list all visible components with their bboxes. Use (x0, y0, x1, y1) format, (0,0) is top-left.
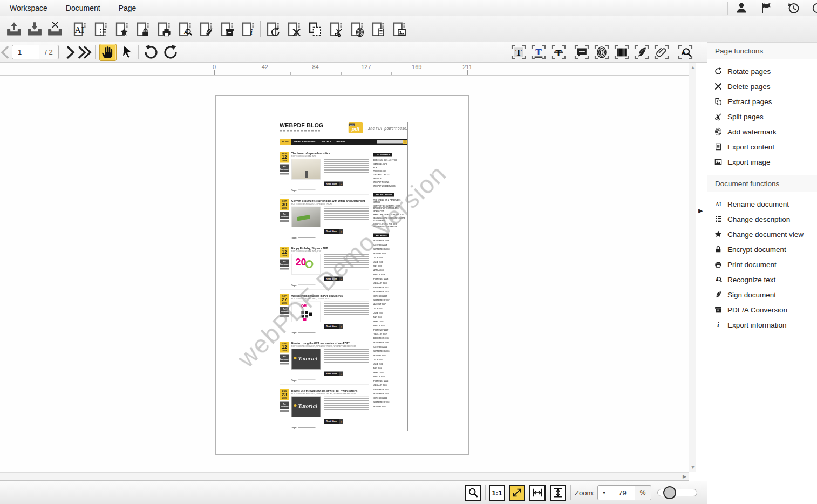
select-tool-button[interactable] (119, 44, 136, 61)
main-toolbar (0, 16, 817, 42)
fit-page-button[interactable] (509, 485, 525, 501)
zoom-tool-button[interactable] (465, 485, 481, 501)
watermark-tool-icon[interactable] (593, 44, 610, 61)
panel-item[interactable]: Export information (707, 317, 817, 332)
signature-tool-icon[interactable] (633, 44, 650, 61)
zoom-dropdown-button[interactable]: ▾ (597, 485, 611, 500)
rename-document-icon[interactable] (71, 21, 88, 38)
panel-item[interactable]: Print document (707, 257, 817, 272)
panel-item[interactable]: Extract pages (707, 94, 817, 109)
scroll-down-arrow[interactable]: ▼ (689, 465, 697, 470)
no-comment-badge: No Comment (280, 164, 289, 172)
page-number-input[interactable] (12, 45, 39, 59)
add-comment-placeholder (280, 173, 289, 175)
rotate-cw-button[interactable] (162, 44, 179, 61)
vertical-scrollbar[interactable]: ▲ ▼ (689, 63, 696, 472)
archive-item: MARCH 2008 (373, 274, 408, 276)
panel-item[interactable]: Sign document (707, 287, 817, 302)
panel-item[interactable]: Split pages (707, 109, 817, 124)
panel-item[interactable]: Add watermark (707, 124, 817, 139)
archive-item: JANUARY 2007 (373, 333, 408, 335)
panel-item[interactable]: Delete pages (707, 79, 817, 94)
document-canvas[interactable]: WEBPDF BLOG web pdf ...the PDF powerhous… (0, 76, 689, 472)
archive-item: NOVEMBER 2006 (373, 342, 408, 344)
comment-tool-icon[interactable] (573, 44, 590, 61)
fit-height-button[interactable] (550, 485, 566, 501)
last-page-button[interactable] (76, 44, 93, 61)
actual-size-button[interactable]: 1:1 (489, 485, 505, 501)
export-content-icon[interactable] (370, 21, 387, 38)
change-description-icon[interactable] (92, 21, 110, 38)
print-document-icon[interactable] (155, 21, 173, 38)
panel-collapse-handle[interactable]: ▶ (698, 207, 703, 214)
delete-pages-icon[interactable] (285, 21, 303, 38)
panel-item[interactable]: Recognize text (707, 272, 817, 287)
no-comment-badge: No Comment (280, 212, 289, 219)
zoom-value-input[interactable] (610, 485, 635, 500)
ocr-tool-icon[interactable] (677, 44, 694, 61)
user-icon[interactable] (734, 2, 748, 15)
panel-item[interactable]: Rename document (707, 196, 817, 212)
post-tags: Tags: (291, 329, 369, 334)
horizontal-scrollbar[interactable]: ▶ (0, 472, 689, 481)
scroll-right-arrow[interactable]: ▶ (683, 474, 686, 479)
archive-item: JULY 2007 (373, 308, 408, 310)
panel-item[interactable]: Change description (707, 212, 817, 227)
archive-item: JUNE 2007 (373, 312, 408, 314)
text-tool-icon[interactable]: T (510, 44, 527, 61)
archive-item: JANUARY 2006 (373, 384, 408, 386)
archive-item: DECEMBER 2006 (373, 337, 408, 339)
flag-icon[interactable] (759, 2, 773, 15)
export-information-icon[interactable] (240, 21, 257, 38)
archive-item: MAY 2008 (373, 265, 408, 267)
zoom-label: Zoom: (575, 489, 595, 497)
extract-pages-icon[interactable] (307, 21, 324, 38)
scroll-up-arrow[interactable]: ▲ (689, 65, 697, 70)
menu-item[interactable]: Page (119, 4, 137, 12)
download-icon[interactable] (26, 21, 43, 38)
panel-item[interactable]: Rotate pages (707, 64, 817, 79)
zoom-slider[interactable] (657, 489, 697, 496)
archive-item: APRIL 2008 (373, 269, 408, 271)
panel-item[interactable]: Change document view (707, 227, 817, 242)
strikeout-text-tool-icon[interactable]: T (550, 44, 567, 61)
divider (570, 485, 571, 500)
discard-icon[interactable] (46, 21, 64, 38)
read-more-button: Read More › (324, 419, 343, 424)
hand-tool-button[interactable] (99, 44, 117, 61)
fit-width-button[interactable] (529, 485, 546, 501)
zoom-slider-knob[interactable] (663, 486, 676, 499)
menu-item[interactable]: Workspace (10, 4, 47, 12)
upload-icon[interactable] (5, 21, 23, 38)
split-pages-icon[interactable] (328, 21, 345, 38)
change-document-view-icon[interactable] (113, 21, 131, 38)
post-date-badge: SEP 27 2009 (280, 294, 289, 305)
underline-text-tool-icon[interactable]: T (530, 44, 547, 61)
archive-item: SEPTEMBER 2007 (373, 299, 408, 301)
post-meta: POSTED IN TECHNOLOGY, TIPS AND TRICKS, W… (291, 393, 369, 395)
barcode-tool-icon[interactable] (613, 44, 630, 61)
rotate-ccw-button[interactable] (142, 44, 160, 61)
add-watermark-icon[interactable] (349, 21, 366, 38)
pdfa-conversion-icon[interactable] (219, 21, 236, 38)
svg-text:T: T (535, 47, 542, 57)
recognize-text-icon[interactable] (176, 21, 194, 38)
panel-item[interactable]: Encrypt document (707, 242, 817, 257)
history-icon[interactable] (787, 2, 801, 15)
panel-item[interactable]: Export image (707, 154, 817, 169)
category-item: PDF (373, 166, 408, 168)
partially-visible-icon[interactable] (812, 2, 817, 14)
document-workspace: 04284127169211 WEBPDF BLOG web pdf (0, 63, 696, 481)
menu-item[interactable]: Document (66, 4, 100, 12)
panel-item[interactable]: Export content (707, 139, 817, 154)
export-image-icon[interactable] (391, 21, 408, 38)
post-tags: Tags: (291, 376, 369, 382)
attachment-tool-icon[interactable] (653, 44, 670, 61)
encrypt-document-icon[interactable] (134, 21, 152, 38)
rotate-pages-icon[interactable] (264, 21, 282, 38)
blog-logo: web pdf ...the PDF powerhouse. (349, 122, 407, 133)
post-title: How to: Using the OCR webservice of webP… (291, 342, 369, 345)
sign-document-icon[interactable] (198, 21, 215, 38)
panel-item[interactable]: PDF/A Conversion (707, 302, 817, 317)
document-page[interactable]: WEBPDF BLOG web pdf ...the PDF powerhous… (215, 95, 469, 455)
